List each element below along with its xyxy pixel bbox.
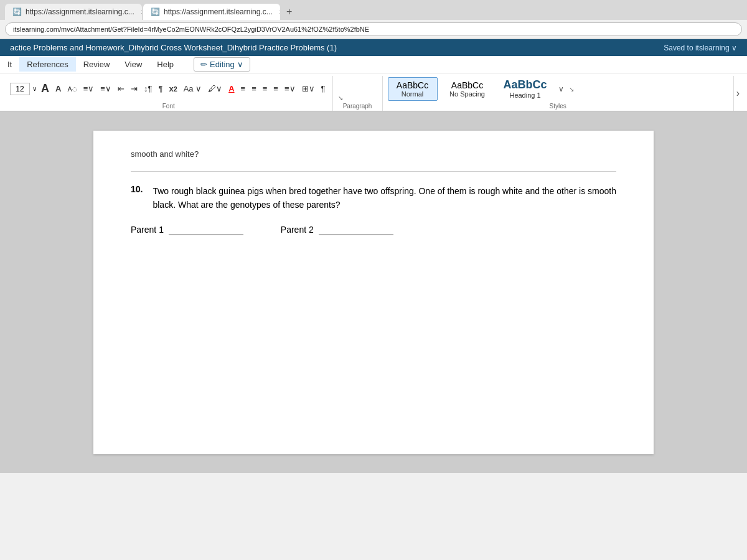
- tab-2-label: https://assignment.itslearning.c...: [164, 7, 273, 16]
- styles-dialog-launcher[interactable]: ↘: [569, 86, 574, 93]
- tab-1-close[interactable]: ✕: [141, 9, 142, 16]
- indent-decrease-icon[interactable]: ⇤: [116, 83, 126, 95]
- editing-button[interactable]: ✏ Editing ∨: [194, 57, 250, 72]
- paragraph-group: ↘ Paragraph: [333, 76, 383, 111]
- font-underline-a[interactable]: A: [227, 83, 236, 95]
- styles-group-label: Styles: [388, 101, 728, 111]
- style-heading1-preview: AaBbCc: [504, 78, 547, 91]
- ribbon-scroll-right[interactable]: ›: [734, 76, 742, 111]
- align-right-icon[interactable]: ≡: [261, 83, 270, 95]
- font-controls: ∨ A A A◌ ≡∨ ≡∨ ⇤ ⇥ ↕¶ ¶ x2 Aa ∨ 🖊∨ A ≡ ≡…: [10, 76, 327, 101]
- tab-2[interactable]: 🔄 https://assignment.itslearning.c... ✕: [143, 4, 280, 20]
- font-size-chevron[interactable]: ∨: [32, 85, 37, 92]
- address-bar-row: itslearning.com/mvc/Attachment/Get?FileI…: [0, 20, 747, 39]
- font-name-dropdown[interactable]: Aa ∨: [182, 83, 204, 95]
- align-justify-icon[interactable]: ≡: [271, 83, 280, 95]
- pilcrow-icon[interactable]: ¶: [156, 83, 164, 95]
- tab-1[interactable]: 🔄 https://assignment.itslearning.c... ✕: [5, 4, 142, 20]
- main-wrapper: smooth and white? 10. Two rough black gu…: [0, 112, 747, 473]
- list-indent-icon[interactable]: ≡∨: [82, 83, 96, 95]
- parent2-label: Parent 2: [281, 225, 314, 235]
- font-row-1: ∨ A A A◌ ≡∨ ≡∨ ⇤ ⇥ ↕¶ ¶: [10, 81, 164, 96]
- pilcrow2-icon[interactable]: ¶: [319, 83, 327, 95]
- style-normal-label: Normal: [395, 90, 431, 98]
- style-normal[interactable]: AaBbCc Normal: [388, 77, 438, 101]
- saved-label: Saved to itslearning ∨: [664, 44, 737, 52]
- indent-increase-icon[interactable]: ⇥: [129, 83, 139, 95]
- styles-chevron[interactable]: ∨: [558, 85, 564, 93]
- sort-icon[interactable]: ↕¶: [142, 83, 154, 95]
- parent-fields: Parent 1 Parent 2: [131, 225, 616, 235]
- parent1-field: Parent 1: [131, 225, 243, 235]
- parent2-input[interactable]: [319, 225, 393, 235]
- menu-item-view[interactable]: View: [117, 57, 149, 72]
- font-row-2: x2 Aa ∨ 🖊∨ A ≡ ≡ ≡ ≡ ≡∨ ⊞∨ ¶: [167, 83, 327, 95]
- parent1-input[interactable]: [169, 225, 243, 235]
- font-size-input[interactable]: [10, 83, 30, 95]
- prev-line: smooth and white?: [131, 149, 616, 159]
- style-no-spacing[interactable]: AaBbCc No Spacing: [443, 78, 492, 100]
- style-heading1-label: Heading 1: [504, 91, 547, 99]
- font-group-label: Font: [10, 101, 327, 111]
- editing-chevron: ∨: [237, 60, 243, 69]
- para-spacing-icon[interactable]: ⊞∨: [300, 83, 317, 95]
- font-small-a[interactable]: A◌: [65, 84, 78, 94]
- new-tab-button[interactable]: +: [281, 4, 297, 20]
- font-group: ∨ A A A◌ ≡∨ ≡∨ ⇤ ⇥ ↕¶ ¶ x2 Aa ∨ 🖊∨ A ≡ ≡…: [5, 76, 333, 111]
- tab-1-label: https://assignment.itslearning.c...: [26, 7, 134, 16]
- tab-bar: 🔄 https://assignment.itslearning.c... ✕ …: [0, 0, 747, 20]
- style-no-spacing-label: No Spacing: [449, 90, 486, 98]
- question-10-text: Two rough black guinea pigs when bred to…: [153, 184, 616, 212]
- editing-label: Editing: [210, 60, 235, 69]
- doc-content: smooth and white? 10. Two rough black gu…: [0, 112, 747, 473]
- menu-item-review[interactable]: Review: [76, 57, 118, 72]
- doc-divider: [131, 171, 616, 172]
- align-center-icon[interactable]: ≡: [250, 83, 258, 95]
- saved-text: Saved to itslearning: [664, 44, 729, 52]
- ribbon: ∨ A A A◌ ≡∨ ≡∨ ⇤ ⇥ ↕¶ ¶ x2 Aa ∨ 🖊∨ A ≡ ≡…: [0, 73, 747, 112]
- align-left-icon[interactable]: ≡: [239, 83, 248, 95]
- paragraph-dialog-launcher[interactable]: ↘: [338, 95, 343, 101]
- parent1-label: Parent 1: [131, 225, 164, 235]
- style-heading1[interactable]: AaBbCc Heading 1: [497, 76, 553, 101]
- menu-bar: It References Review View Help ✏ Editing…: [0, 56, 747, 73]
- browser-chrome: 🔄 https://assignment.itslearning.c... ✕ …: [0, 0, 747, 39]
- list-outdent-icon[interactable]: ≡∨: [98, 83, 113, 95]
- doc-title-bar: actice Problems and Homework_Dihybrid Cr…: [0, 39, 747, 56]
- parent2-field: Parent 2: [281, 225, 393, 235]
- font-med-a[interactable]: A: [54, 83, 63, 95]
- editing-pencil-icon: ✏: [200, 60, 207, 69]
- font-pen-icon[interactable]: 🖊∨: [206, 83, 224, 95]
- superscript-x-icon[interactable]: x2: [167, 83, 179, 95]
- tab-2-icon: 🔄: [151, 7, 160, 16]
- menu-item-help[interactable]: Help: [149, 57, 181, 72]
- tab-1-icon: 🔄: [12, 7, 22, 16]
- paragraph-group-label: Paragraph: [338, 101, 377, 111]
- style-normal-preview: AaBbCc: [395, 80, 431, 90]
- styles-items: AaBbCc Normal AaBbCc No Spacing AaBbCc H…: [388, 76, 728, 101]
- styles-group: AaBbCc Normal AaBbCc No Spacing AaBbCc H…: [383, 76, 734, 111]
- tab-2-close[interactable]: ✕: [279, 9, 280, 16]
- question-10-number: 10.: [131, 184, 143, 194]
- menu-item-it[interactable]: It: [0, 57, 19, 72]
- menu-item-references[interactable]: References: [19, 57, 75, 72]
- doc-title: actice Problems and Homework_Dihybrid Cr…: [10, 43, 337, 52]
- address-bar[interactable]: itslearning.com/mvc/Attachment/Get?FileI…: [5, 22, 742, 36]
- font-big-a[interactable]: A: [39, 81, 51, 96]
- line-spacing-icon[interactable]: ≡∨: [283, 83, 298, 95]
- question-10: 10. Two rough black guinea pigs when bre…: [131, 184, 616, 212]
- style-no-spacing-preview: AaBbCc: [449, 80, 486, 90]
